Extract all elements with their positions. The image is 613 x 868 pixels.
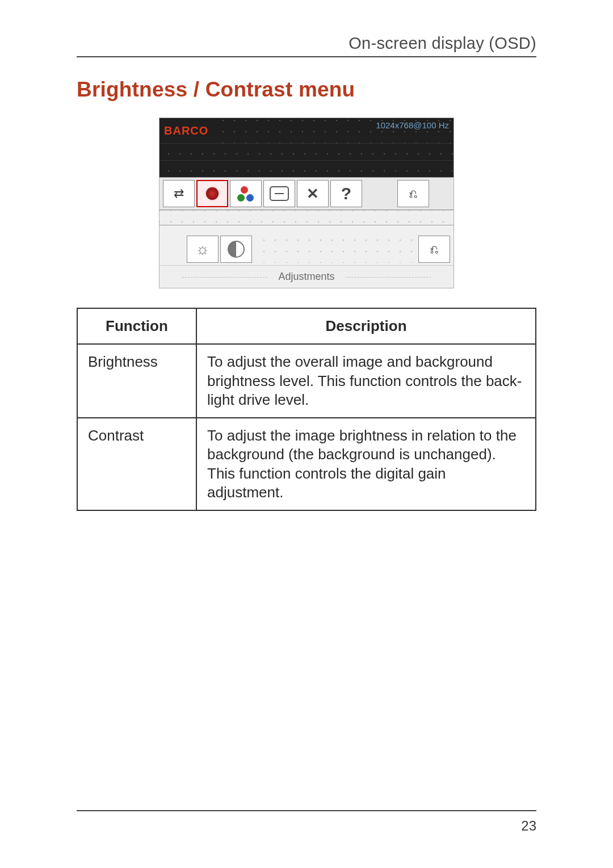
osd-brand-logo: BARCO (159, 124, 214, 137)
osd-header-bg2 (159, 143, 454, 160)
osd-sub-icons (159, 225, 454, 265)
osd-main-icons (159, 177, 454, 210)
table-header-row: Function Description (77, 308, 536, 344)
color-icon[interactable] (230, 180, 262, 207)
osd-header-bg: 1024x768@100 Hz (214, 118, 454, 143)
osd-header-row: BARCO 1024x768@100 Hz (159, 118, 454, 143)
exit-icon[interactable] (418, 236, 450, 263)
osd-label-text: Adjustments (278, 271, 334, 283)
table-row: Brightness To adjust the overall image a… (77, 344, 536, 418)
th-description: Description (196, 308, 536, 344)
osd-header: BARCO 1024x768@100 Hz (159, 118, 454, 177)
help-icon[interactable] (330, 180, 362, 207)
autoset-icon[interactable] (163, 180, 195, 207)
cell-function: Contrast (77, 418, 196, 510)
geometry-icon[interactable] (263, 180, 295, 207)
header-section: On-screen display (OSD) (77, 34, 536, 53)
osd-header-bg3 (159, 160, 454, 177)
brightness-contrast-icon[interactable] (196, 180, 228, 207)
tools-icon[interactable] (297, 180, 329, 207)
function-table: Function Description Brightness To adjus… (77, 308, 536, 511)
osd-spacer (159, 210, 454, 225)
brightness-icon[interactable] (187, 236, 219, 263)
page-footer: 23 (77, 810, 536, 834)
cell-function: Brightness (77, 344, 196, 418)
section-title: Brightness / Contrast menu (77, 78, 536, 102)
cell-description: To adjust the image brightness in relati… (196, 418, 536, 510)
th-function: Function (77, 308, 196, 344)
footer-rule (77, 810, 536, 811)
header-rule: On-screen display (OSD) (77, 34, 536, 57)
table-row: Contrast To adjust the image brightness … (77, 418, 536, 510)
contrast-icon[interactable] (220, 236, 252, 263)
cell-description: To adjust the overall image and backgrou… (196, 344, 536, 418)
osd-gap (364, 180, 396, 207)
osd-resolution: 1024x768@100 Hz (376, 120, 449, 130)
page: On-screen display (OSD) Brightness / Con… (0, 0, 613, 868)
osd-label: Adjustments (159, 265, 454, 288)
osd-sub-spacer (254, 236, 417, 263)
exit-icon[interactable] (397, 180, 429, 207)
osd-screenshot: BARCO 1024x768@100 Hz (159, 118, 454, 288)
page-number: 23 (77, 818, 536, 834)
